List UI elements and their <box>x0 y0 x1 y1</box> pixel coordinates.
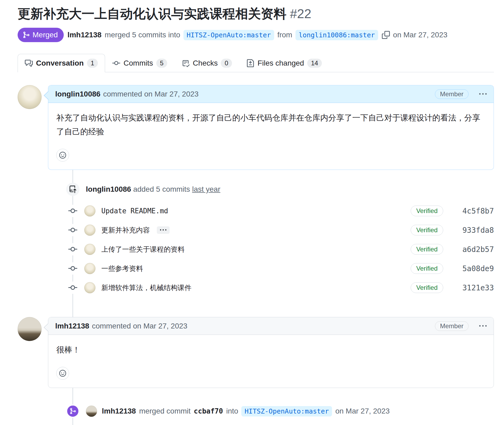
commit-row: Update README.md Verified 4c5f8b7 <box>18 201 494 220</box>
tab-conversation[interactable]: Conversation 1 <box>18 54 105 72</box>
git-commit-icon <box>112 59 120 67</box>
tab-label: Commits <box>123 59 153 67</box>
repo-push-icon <box>69 186 77 193</box>
comment-meta[interactable]: commented on Mar 27, 2023 <box>103 90 199 98</box>
ellipsis-icon <box>160 227 166 233</box>
commit-row: 一些参考资料 Verified 5a08de9 <box>18 259 494 278</box>
smiley-icon <box>59 370 66 377</box>
comment-2-box: lmh12138 commented on Mar 27, 2023 Membe… <box>48 317 494 388</box>
event-time-link[interactable]: last year <box>192 185 220 193</box>
commit-message-link[interactable]: Update README.md <box>101 207 168 215</box>
comment-1-box: longlin10086 commented on Mar 27, 2023 M… <box>48 85 494 170</box>
event-author[interactable]: longlin10086 <box>86 185 131 193</box>
smiley-icon <box>59 152 66 159</box>
copy-icon <box>382 31 390 39</box>
merge-summary-text: merged 5 commits into <box>105 31 180 39</box>
avatar-longlin10086[interactable] <box>18 85 42 109</box>
merge-target-branch[interactable]: HITSZ-OpenAuto:master <box>241 406 332 416</box>
merge-summary: lmh12138 merged 5 commits into HITSZ-Ope… <box>67 30 447 40</box>
member-badge[interactable]: Member <box>435 321 469 331</box>
commit-message-link[interactable]: 更新并补充内容 <box>101 226 150 235</box>
head-branch-label[interactable]: longlin10086:master <box>295 30 378 40</box>
page-title: 更新补充大一上自动化认识与实践课程相关资料 #22 <box>18 6 494 22</box>
commit-author-avatar[interactable] <box>84 205 95 216</box>
pr-tab-bar: Conversation 1 Commits 5 Checks 0 Files … <box>18 54 494 72</box>
git-commit-icon <box>68 205 77 217</box>
commit-author-avatar[interactable] <box>84 263 95 274</box>
merge-event-text: lmh12138 merged commit ccbaf70 into HITS… <box>102 406 390 416</box>
kebab-horizontal-icon <box>479 90 487 98</box>
comment-author[interactable]: lmh12138 <box>55 322 89 330</box>
tab-counter: 5 <box>156 59 167 68</box>
member-badge[interactable]: Member <box>435 89 469 99</box>
pr-page: 更新补充大一上自动化认识与实践课程相关资料 #22 Merged lmh1213… <box>0 0 504 425</box>
tab-label: Conversation <box>36 59 84 67</box>
file-diff-icon <box>246 59 254 67</box>
pr-title-text: 更新补充大一上自动化认识与实践课程相关资料 <box>18 7 286 21</box>
comment-2-header: lmh12138 commented on Mar 27, 2023 Membe… <box>48 317 494 335</box>
commit-author-avatar[interactable] <box>84 244 95 255</box>
add-reaction-button[interactable] <box>56 367 69 380</box>
commits-added-event: longlin10086 added 5 commits last year <box>18 183 494 196</box>
tab-checks[interactable]: Checks 0 <box>174 54 239 72</box>
commit-author-avatar[interactable] <box>84 224 95 236</box>
commit-message-link[interactable]: 一些参考资料 <box>101 264 143 273</box>
commit-right: Verified 4c5f8b7 <box>411 206 494 216</box>
comment-text: 很棒！ <box>56 343 486 357</box>
tab-commits[interactable]: Commits 5 <box>105 54 174 72</box>
verified-badge[interactable]: Verified <box>411 206 443 216</box>
from-text: from <box>277 31 292 39</box>
commit-row: 更新并补充内容 Verified 933fda8 <box>18 220 494 240</box>
verified-badge[interactable]: Verified <box>411 244 443 255</box>
expand-commit-message-button[interactable] <box>157 226 170 234</box>
spacer <box>18 297 494 317</box>
merge-event-badge <box>66 404 79 418</box>
verified-badge[interactable]: Verified <box>411 282 443 293</box>
avatar-lmh12138[interactable] <box>18 317 42 341</box>
commit-author-avatar[interactable] <box>84 282 95 293</box>
commit-message-link[interactable]: 新增软件算法，机械结构课件 <box>101 283 191 292</box>
merge-event-action: merged commit <box>139 407 191 415</box>
avatar-lmh12138-small[interactable] <box>86 406 97 417</box>
tab-counter: 1 <box>87 59 98 68</box>
comment-meta[interactable]: commented on Mar 27, 2023 <box>92 322 187 330</box>
commit-right: Verified a6d2b57 <box>411 244 494 255</box>
tab-files-changed[interactable]: Files changed 14 <box>239 54 329 72</box>
commit-list: Update README.md Verified 4c5f8b7 更新并补充内… <box>18 201 494 297</box>
checklist-icon <box>182 59 190 67</box>
merge-event-into: into <box>226 407 238 415</box>
commit-hash-link[interactable]: 5a08de9 <box>457 264 494 273</box>
tab-counter: 0 <box>221 59 232 68</box>
git-commit-icon <box>68 243 77 255</box>
commit-hash-link[interactable]: 3121e33 <box>457 283 494 292</box>
comment-options-button[interactable] <box>479 322 487 330</box>
comment-2: lmh12138 commented on Mar 27, 2023 Membe… <box>18 317 494 388</box>
commit-right: Verified 5a08de9 <box>411 263 494 274</box>
merged-commit-sha[interactable]: ccbaf70 <box>194 407 223 415</box>
commit-right: Verified 933fda8 <box>411 225 494 235</box>
event-action: added 5 commits <box>133 185 190 193</box>
commit-message-link[interactable]: 上传了一些关于课程的资料 <box>101 245 185 254</box>
comment-author[interactable]: longlin10086 <box>55 90 101 98</box>
commits-added-text: longlin10086 added 5 commits last year <box>86 185 220 194</box>
merge-event-author[interactable]: lmh12138 <box>102 407 136 415</box>
merge-event-date: on Mar 27, 2023 <box>335 407 390 415</box>
comment-1: longlin10086 commented on Mar 27, 2023 M… <box>18 85 494 170</box>
merge-event: lmh12138 merged commit ccbaf70 into HITS… <box>18 404 494 418</box>
verified-badge[interactable]: Verified <box>411 225 443 235</box>
tab-label: Checks <box>193 59 218 67</box>
verified-badge[interactable]: Verified <box>411 263 443 274</box>
comment-options-button[interactable] <box>479 90 487 98</box>
commit-row: 上传了一些关于课程的资料 Verified a6d2b57 <box>18 240 494 259</box>
commit-hash-link[interactable]: 4c5f8b7 <box>457 207 494 215</box>
commit-hash-link[interactable]: 933fda8 <box>457 226 494 235</box>
git-merge-icon <box>69 408 76 415</box>
merged-state-badge: Merged <box>18 28 64 42</box>
commit-hash-link[interactable]: a6d2b57 <box>457 245 494 254</box>
base-branch-label[interactable]: HITSZ-OpenAuto:master <box>183 30 274 40</box>
merger-username[interactable]: lmh12138 <box>67 31 102 39</box>
copy-branch-button[interactable] <box>382 31 390 39</box>
commit-row: 新增软件算法，机械结构课件 Verified 3121e33 <box>18 278 494 297</box>
repo-push-badge <box>66 183 79 196</box>
add-reaction-button[interactable] <box>56 149 69 162</box>
